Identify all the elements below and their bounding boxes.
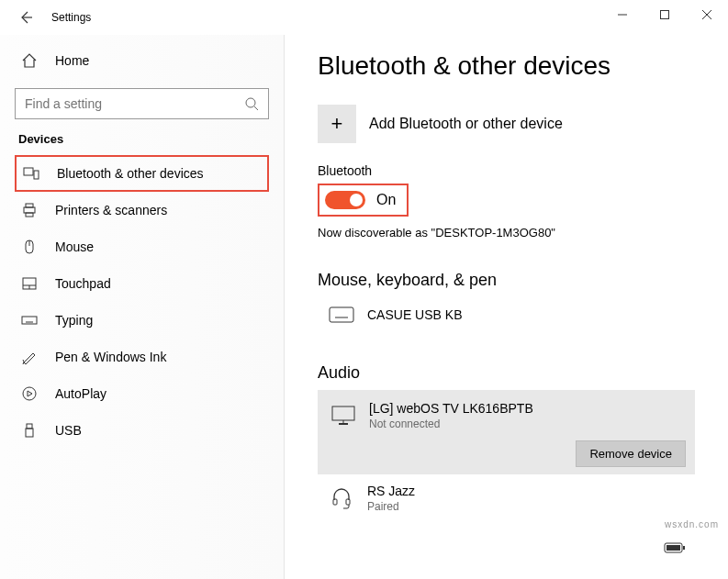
- bluetooth-section-label: Bluetooth: [318, 163, 695, 178]
- pen-icon: [20, 348, 39, 366]
- add-device-label: Add Bluetooth or other device: [369, 116, 563, 132]
- bluetooth-toggle[interactable]: [325, 191, 365, 209]
- svg-point-22: [23, 387, 36, 400]
- content-pane: Bluetooth & other devices + Add Bluetoot…: [285, 35, 728, 579]
- svg-line-5: [254, 106, 258, 110]
- keyboard-icon: [20, 311, 39, 329]
- search-input[interactable]: [15, 88, 269, 119]
- keyboard-device-icon: [325, 306, 358, 323]
- sidebar-item-touchpad[interactable]: Touchpad: [15, 265, 269, 302]
- sidebar-item-typing[interactable]: Typing: [15, 302, 269, 339]
- printer-icon: [20, 201, 39, 219]
- sidebar: Home Devices Bluetooth & other devices P…: [0, 35, 285, 579]
- device-name: CASUE USB KB: [367, 307, 688, 322]
- svg-rect-8: [24, 207, 35, 213]
- autoplay-icon: [20, 384, 39, 403]
- svg-rect-39: [683, 546, 685, 550]
- home-nav[interactable]: Home: [15, 42, 269, 79]
- sidebar-item-usb[interactable]: USB: [15, 412, 269, 449]
- remove-device-button[interactable]: Remove device: [576, 440, 686, 467]
- svg-rect-16: [22, 317, 37, 324]
- sidebar-item-label: Typing: [55, 313, 93, 328]
- svg-rect-38: [666, 545, 680, 551]
- monitor-icon: [327, 406, 360, 426]
- search-icon: [244, 96, 259, 111]
- svg-rect-24: [26, 429, 33, 437]
- sidebar-item-label: Printers & scanners: [55, 203, 167, 217]
- sidebar-item-mouse[interactable]: Mouse: [15, 228, 269, 265]
- bluetooth-toggle-highlight: On: [318, 184, 409, 217]
- sidebar-item-pen[interactable]: Pen & Windows Ink: [15, 339, 269, 375]
- device-name: [LG] webOS TV LK616BPTB: [369, 401, 686, 416]
- audio-heading: Audio: [318, 363, 695, 383]
- device-keyboard[interactable]: CASUE USB KB: [318, 297, 695, 332]
- device-name: RS Jazz: [367, 484, 688, 498]
- maximize-button[interactable]: [644, 0, 686, 29]
- usb-icon: [20, 421, 39, 440]
- svg-rect-32: [332, 406, 354, 420]
- device-status: Paired: [367, 500, 688, 513]
- back-button[interactable]: [7, 0, 44, 35]
- battery-icon: [664, 542, 686, 553]
- discoverable-text: Now discoverable as "DESKTOP-1M3OG80": [318, 226, 695, 239]
- svg-rect-6: [24, 168, 33, 175]
- svg-rect-10: [26, 213, 33, 217]
- mouse-icon: [20, 238, 39, 256]
- bluetooth-toggle-state: On: [376, 192, 396, 208]
- device-status: Not connected: [369, 418, 686, 430]
- search-field[interactable]: [25, 96, 244, 111]
- sidebar-item-label: AutoPlay: [55, 386, 106, 401]
- sidebar-item-bluetooth[interactable]: Bluetooth & other devices: [15, 155, 269, 192]
- svg-rect-7: [34, 171, 39, 179]
- watermark: wsxdn.com: [665, 519, 719, 529]
- svg-rect-1: [661, 11, 669, 19]
- sidebar-item-label: Pen & Windows Ink: [55, 350, 166, 364]
- home-label: Home: [55, 53, 89, 68]
- devices-group-label: Devices: [18, 132, 269, 146]
- window-title: Settings: [51, 11, 91, 24]
- touchpad-icon: [20, 274, 39, 293]
- sidebar-item-autoplay[interactable]: AutoPlay: [15, 375, 269, 412]
- sidebar-item-label: Touchpad: [55, 276, 111, 291]
- sidebar-item-label: Mouse: [55, 239, 94, 254]
- home-icon: [20, 51, 39, 70]
- svg-rect-23: [27, 424, 32, 429]
- sidebar-item-label: USB: [55, 423, 82, 438]
- device-tv-selected[interactable]: [LG] webOS TV LK616BPTB Not connected Re…: [318, 390, 695, 474]
- headset-icon: [325, 487, 358, 509]
- minimize-button[interactable]: [601, 0, 644, 29]
- close-button[interactable]: [686, 0, 728, 29]
- sidebar-item-label: Bluetooth & other devices: [57, 166, 204, 181]
- add-device-button[interactable]: + Add Bluetooth or other device: [318, 105, 695, 143]
- svg-rect-25: [330, 307, 353, 322]
- svg-point-4: [246, 98, 255, 107]
- devices-icon: [22, 164, 40, 183]
- mkp-heading: Mouse, keyboard, & pen: [318, 271, 695, 290]
- plus-icon: +: [318, 105, 356, 143]
- device-headset[interactable]: RS Jazz Paired: [318, 474, 695, 522]
- sidebar-item-printers[interactable]: Printers & scanners: [15, 192, 269, 228]
- svg-rect-9: [26, 204, 33, 207]
- page-title: Bluetooth & other devices: [318, 51, 695, 81]
